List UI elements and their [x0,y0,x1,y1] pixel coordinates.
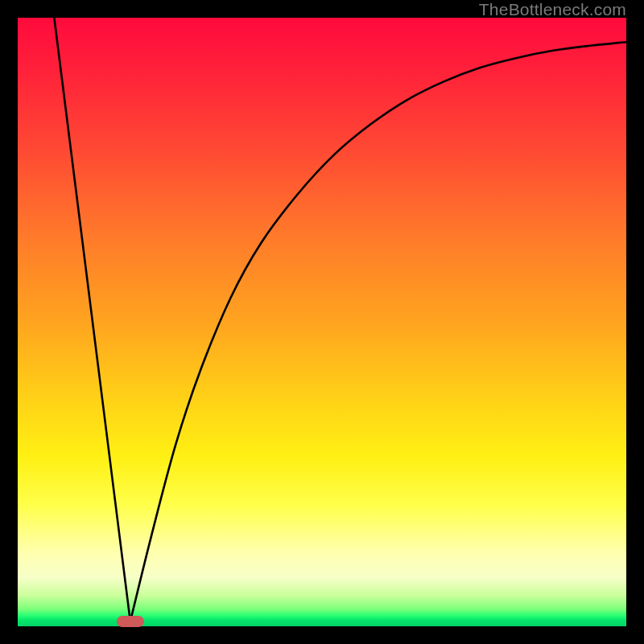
chart-curves [18,18,626,626]
minimum-marker [117,616,144,627]
chart-frame: TheBottleneck.com [0,0,644,644]
watermark-text: TheBottleneck.com [479,0,626,19]
chart-plot-area [18,18,626,626]
curve-right-branch [130,42,626,621]
curve-left-branch [54,18,130,621]
